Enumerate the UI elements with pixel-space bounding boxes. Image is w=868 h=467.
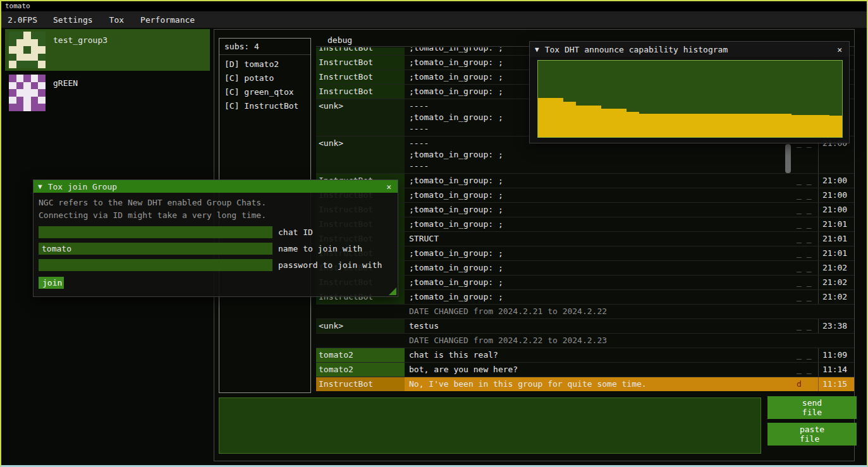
group-row-gREEN[interactable]: gREEN (5, 72, 210, 114)
avatar-pixel (31, 97, 39, 104)
histogram-bar (829, 116, 842, 137)
avatar-pixel (9, 89, 16, 97)
message-time: 11:15 (818, 377, 854, 391)
sender-name: InstructBot (316, 377, 405, 391)
group-avatar (9, 32, 46, 68)
message-text: ;tomato_in_group: ; (405, 261, 797, 275)
member-item[interactable]: [C] InstructBot (219, 99, 310, 113)
avatar-pixel (16, 75, 24, 82)
chat-scrollbar-thumb[interactable] (785, 144, 791, 173)
date-changed-row[interactable]: DATE CHANGED from 2024.2.21 to 2024.2.22 (316, 304, 854, 318)
avatar-pixel (38, 89, 46, 97)
collapse-icon[interactable]: ▼ (535, 45, 539, 54)
join-field-label: password to join with (278, 260, 382, 270)
message-flags: _ _ (797, 246, 818, 260)
message-text: testus (405, 319, 797, 333)
avatar-pixel (38, 61, 46, 68)
join-field-input-password-to-join-with[interactable] (39, 259, 272, 271)
histogram-bar (563, 102, 576, 137)
avatar-pixel (16, 82, 24, 90)
message-time: 11:09 (818, 348, 854, 362)
message-flags: _ _ (797, 232, 818, 246)
join-button[interactable]: join (39, 277, 64, 289)
collapse-icon[interactable]: ▼ (38, 183, 42, 191)
avatar-pixel (38, 32, 46, 39)
menu-item-tox[interactable]: Tox (101, 13, 132, 27)
join-field-input-chat-ID[interactable] (39, 226, 272, 238)
avatar-pixel (31, 39, 39, 47)
group-name: test_group3 (53, 35, 107, 71)
histogram-bar (792, 115, 804, 137)
message-row[interactable]: <unk>testus_ _23:38 (316, 318, 854, 333)
join-field-label: name to join with (278, 244, 362, 253)
menu-item-performance[interactable]: Performance (132, 13, 203, 27)
join-group-body: NGC refers to the New DHT enabled Group … (34, 193, 398, 293)
message-flags: _ _ (797, 188, 818, 202)
join-info-line: Connecting via ID might take a very long… (39, 209, 393, 222)
avatar-pixel (23, 61, 31, 68)
avatar-pixel (16, 104, 24, 111)
sender-name (316, 334, 405, 348)
sender-name: tomato2 (316, 363, 405, 377)
avatar-pixel (31, 32, 39, 39)
member-item[interactable]: [D] tomato2 (219, 58, 310, 71)
join-info-line: NGC refers to the New DHT enabled Group … (39, 197, 393, 209)
message-input[interactable] (219, 397, 761, 454)
avatar-pixel (16, 46, 24, 54)
join-field-row: chat ID (39, 226, 393, 238)
message-text: STRUCT (405, 232, 797, 246)
message-text: No, I've been in this group for quite so… (405, 377, 797, 391)
sender-name: InstructBot (316, 85, 405, 99)
message-time: 21:00 (818, 174, 854, 188)
message-flags: _ _ (797, 276, 818, 289)
histogram-bar (741, 114, 754, 138)
menu-item-settings[interactable]: Settings (45, 13, 101, 27)
menu-items: SettingsToxPerformance (45, 13, 203, 27)
divider (219, 54, 310, 55)
histogram-bar (754, 114, 766, 138)
message-time: 21:02 (818, 290, 854, 304)
avatar-pixel (23, 54, 31, 61)
message-flags: _ _ (797, 363, 818, 377)
avatar-pixel (31, 46, 39, 54)
avatar-pixel (31, 82, 39, 90)
histogram-bar (627, 112, 639, 137)
avatar-pixel (23, 89, 31, 97)
avatar-pixel (31, 54, 39, 61)
histogram-bar (551, 98, 563, 137)
member-item[interactable]: [C] green_qtox (219, 85, 310, 99)
message-flags: _ _ (797, 203, 818, 217)
paste-file-button[interactable]: paste file (767, 423, 857, 446)
message-row[interactable]: InstructBotNo, I've been in this group f… (316, 377, 854, 391)
tomato-app-window: tomato 2.0FPS SettingsToxPerformance tes… (0, 0, 868, 467)
close-icon[interactable]: ✕ (835, 45, 844, 54)
message-row[interactable]: tomato2bot, are you new here?_ _11:14 (316, 362, 854, 377)
join-group-titlebar[interactable]: ▼ Tox join Group ✕ (34, 180, 398, 193)
message-row[interactable]: tomato2chat is this real?_ _11:09 (316, 348, 854, 362)
histogram-bar (716, 114, 728, 138)
avatar-pixel (23, 75, 31, 82)
dht-histogram-title: Tox DHT announce capability histogram (545, 45, 836, 54)
close-icon[interactable]: ✕ (384, 182, 393, 191)
avatar-pixel (16, 97, 24, 104)
join-fields: chat IDname to join withpassword to join… (39, 226, 393, 271)
date-changed-row[interactable]: DATE CHANGED from 2024.2.22 to 2024.2.23 (316, 333, 854, 348)
send-file-button[interactable]: send file (767, 396, 857, 419)
resize-grip-icon[interactable] (389, 288, 396, 295)
avatar-pixel (16, 54, 24, 61)
dht-histogram-titlebar[interactable]: ▼ Tox DHT announce capability histogram … (530, 42, 849, 57)
group-row-test_group3[interactable]: test_group3 (5, 29, 210, 71)
tab-debug[interactable]: debug (316, 34, 352, 46)
join-field-input-name-to-join-with[interactable] (39, 243, 272, 255)
avatar-pixel (23, 82, 31, 90)
member-item[interactable]: [C] potato (219, 71, 310, 85)
subs-count: subs: 4 (219, 39, 310, 53)
join-group-title: Tox join Group (48, 182, 385, 191)
avatar-pixel (23, 46, 31, 54)
message-time: 21:01 (818, 232, 854, 246)
avatar-pixel (16, 61, 24, 68)
histogram-bar (639, 114, 652, 138)
avatar-pixel (9, 61, 16, 68)
window-title: tomato (1, 1, 867, 11)
avatar-pixel (23, 104, 31, 111)
